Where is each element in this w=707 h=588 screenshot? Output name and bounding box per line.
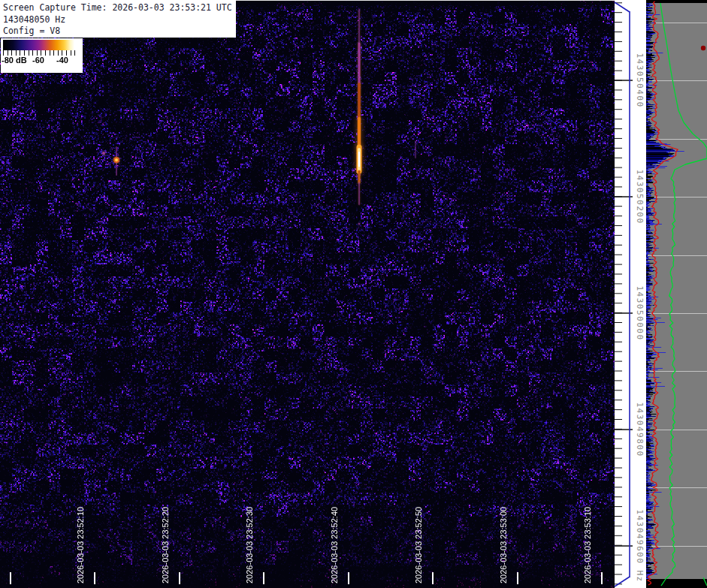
- spectrum-panel-canvas: [646, 0, 707, 588]
- time-tick: [94, 572, 95, 584]
- time-label-1: 2026-03-03 23:52:00: [0, 507, 2, 583]
- time-label-5: 2026-03-03 23:52:40: [329, 507, 340, 583]
- db-colorbar: -80 dB -60 -40: [1, 38, 83, 73]
- time-label-3: 2026-03-03 23:52:20: [160, 507, 171, 583]
- freq-label-3: 143050000: [635, 285, 645, 340]
- time-tick: [432, 572, 434, 584]
- app-window: Screen Capture Time: 2026-03-03 23:53:21…: [0, 0, 707, 588]
- spectrogram-canvas: [0, 0, 615, 588]
- time-label-7: 2026-03-03 23:53:00: [498, 507, 509, 583]
- frequency-text: 143048050 Hz: [3, 14, 236, 26]
- freq-label-2: 143050200: [635, 169, 645, 224]
- config-text: Config = V8: [3, 26, 236, 38]
- time-tick: [601, 572, 603, 584]
- time-label-8: 2026-03-03 23:53:10: [582, 507, 593, 583]
- colorbar-ticks: [3, 50, 75, 56]
- time-tick: [348, 572, 349, 584]
- colorbar-label-80db: -80 dB: [2, 56, 27, 65]
- time-tick: [263, 572, 264, 584]
- top-edge-line: [235, 0, 646, 1]
- colorbar-label-40db: -40: [56, 56, 68, 65]
- capture-time-text: Screen Capture Time: 2026-03-03 23:53:21…: [3, 2, 236, 14]
- time-label-2: 2026-03-03 23:52:10: [75, 507, 86, 583]
- freq-label-1: 143050400: [635, 53, 645, 107]
- colorbar-label-60db: -60: [32, 56, 44, 65]
- colorbar-gradient: [3, 40, 74, 50]
- capture-info-box: Screen Capture Time: 2026-03-03 23:53:21…: [0, 0, 236, 38]
- time-tick: [517, 572, 518, 584]
- time-tick: [179, 572, 180, 584]
- time-label-6: 2026-03-03 23:52:50: [413, 507, 424, 583]
- time-tick: [10, 572, 11, 584]
- freq-label-5: 143049600 Hz: [635, 509, 645, 582]
- freq-label-4: 143049800: [635, 402, 645, 457]
- time-label-4: 2026-03-03 23:52:30: [244, 507, 255, 583]
